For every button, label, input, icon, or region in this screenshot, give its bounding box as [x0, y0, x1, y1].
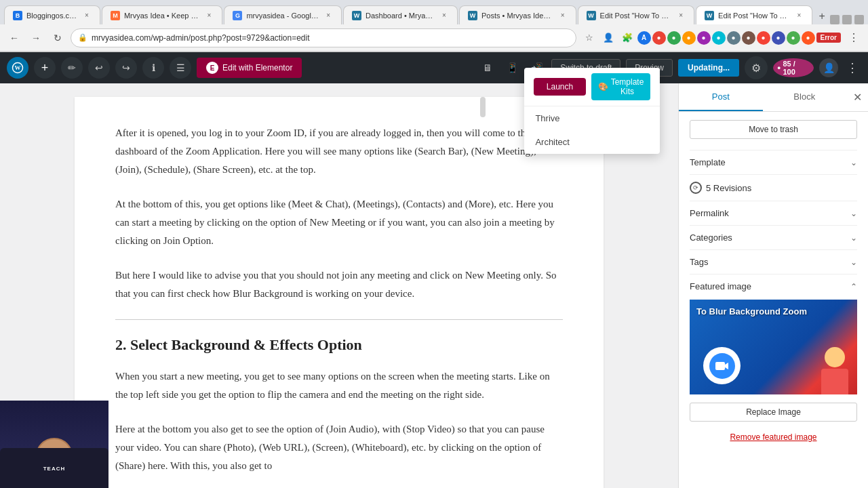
error-badge: Error: [816, 33, 841, 43]
tab-bloggingos[interactable]: B Bloggingos.com ×: [4, 5, 100, 24]
thrive-menu-item[interactable]: Thrive: [524, 106, 660, 130]
section-divider: [115, 319, 563, 320]
tab-favicon: W: [468, 11, 477, 20]
svg-text:W: W: [15, 64, 21, 71]
template-chevron-icon: ⌄: [850, 158, 857, 167]
ext-icon-5[interactable]: ●: [697, 31, 711, 45]
template-label: Template: [690, 157, 726, 167]
info-button[interactable]: ℹ: [142, 57, 164, 79]
tab-close[interactable]: ×: [323, 11, 333, 20]
char-body: [821, 369, 848, 394]
tab-posts[interactable]: W Posts • Mrvyas Idea ... ×: [459, 5, 576, 24]
refresh-button[interactable]: ↻: [49, 29, 66, 47]
browser-chrome: B Bloggingos.com × M Mrvyas Idea • Keep …: [0, 0, 868, 52]
ext-icon-11[interactable]: ●: [787, 31, 800, 45]
featured-image-header[interactable]: Featured image ⌃: [690, 281, 857, 291]
wp-topbar: W + ✏ ↩ ↪ ℹ ☰ E Edit with Elementor Laun…: [0, 52, 868, 83]
tab-close[interactable]: ×: [794, 11, 804, 20]
categories-section[interactable]: Categories ⌄: [690, 225, 857, 249]
svg-rect-2: [715, 362, 725, 370]
template-kits-button[interactable]: 🎨 Template Kits: [591, 73, 651, 100]
edit-icon[interactable]: ✏: [61, 57, 83, 79]
tab-close[interactable]: ×: [439, 11, 449, 20]
add-new-button[interactable]: +: [34, 57, 56, 79]
tags-chevron-icon: ⌄: [850, 258, 857, 267]
permalink-section[interactable]: Permalink ⌄: [690, 201, 857, 225]
ext-icon-2[interactable]: ●: [652, 31, 666, 45]
ext-icon-9[interactable]: ●: [757, 31, 770, 45]
revisions-row[interactable]: ⟳ 5 Revisions: [690, 174, 857, 201]
panel-close-button[interactable]: ✕: [846, 87, 868, 108]
desktop-view-button[interactable]: 🖥: [478, 58, 497, 77]
profile-icon[interactable]: 👤: [599, 29, 617, 47]
launch-button[interactable]: Launch: [534, 78, 585, 96]
architect-menu-item[interactable]: Architect: [524, 130, 660, 154]
minimize-btn[interactable]: [830, 15, 840, 24]
tab-close[interactable]: ×: [82, 11, 92, 20]
tab-edit-post-2[interactable]: W Edit Post "How To Bl... ×: [696, 5, 812, 24]
tab-favicon: W: [705, 11, 714, 20]
block-tab[interactable]: Block: [763, 83, 847, 111]
shirt-text: TEACH: [43, 466, 66, 472]
tab-label: mrvyasidea - Google...: [246, 12, 319, 20]
tab-close[interactable]: ×: [676, 11, 686, 20]
featured-image-title-text: To Blur Background Zoom: [696, 306, 850, 318]
bookmark-icon[interactable]: ☆: [580, 29, 598, 47]
close-window-btn[interactable]: [854, 15, 864, 24]
featured-image-section: Featured image ⌃ To Blur Background Zoom: [690, 274, 857, 442]
tab-dashboard[interactable]: W Dashboard • Mryas ... ×: [343, 5, 458, 24]
browser-menu-icon[interactable]: ⋮: [845, 29, 863, 47]
list-view-button[interactable]: ☰: [170, 57, 191, 79]
sidebar-panel: Post Block ✕ Move to trash Template ⌄ ⟳ …: [678, 83, 868, 488]
move-to-trash-button[interactable]: Move to trash: [690, 120, 857, 139]
tablet-view-button[interactable]: 📱: [502, 58, 521, 77]
post-tab[interactable]: Post: [679, 83, 763, 111]
ext-icon-10[interactable]: ●: [772, 31, 785, 45]
tab-close[interactable]: ×: [204, 11, 214, 20]
redo-button[interactable]: ↪: [115, 57, 137, 79]
video-overlay: TEACH: [0, 401, 108, 488]
replace-image-button[interactable]: Replace Image: [690, 403, 857, 422]
more-options-button[interactable]: ⋮: [844, 60, 861, 75]
wp-logo[interactable]: W: [7, 57, 28, 79]
template-section[interactable]: Template ⌄: [690, 150, 857, 174]
user-avatar[interactable]: 👤: [819, 58, 838, 77]
ext-icon-3[interactable]: ●: [667, 31, 681, 45]
featured-image-preview[interactable]: To Blur Background Zoom: [690, 300, 857, 394]
zoom-logo: [703, 347, 741, 384]
undo-button[interactable]: ↩: [88, 57, 110, 79]
back-button[interactable]: ←: [5, 29, 23, 47]
tab-edit-post-1[interactable]: W Edit Post "How To Bl... ×: [578, 5, 694, 24]
elementor-dropdown: Launch 🎨 Template Kits Thrive Architect: [524, 68, 660, 154]
tags-section[interactable]: Tags ⌄: [690, 249, 857, 274]
tab-close[interactable]: ×: [558, 11, 568, 20]
ext-icon-1[interactable]: A: [637, 31, 651, 45]
ext-icon-8[interactable]: ●: [742, 31, 755, 45]
new-tab-button[interactable]: +: [814, 8, 830, 24]
ext-icon-6[interactable]: ●: [712, 31, 726, 45]
tab-google[interactable]: G mrvyasidea - Google... ×: [224, 5, 342, 24]
tab-mrvyas-keep[interactable]: M Mrvyas Idea • Keep R... ×: [102, 5, 223, 24]
panel-content: Move to trash Template ⌄ ⟳ 5 Revisions P…: [679, 112, 868, 488]
tab-favicon: M: [111, 11, 120, 20]
post-paragraph-3: But here I would like to advise you that…: [115, 266, 563, 303]
remove-featured-image-button[interactable]: Remove featured image: [690, 432, 857, 442]
ext-icon-7[interactable]: ●: [727, 31, 741, 45]
section-paragraph-1: When you start a new meeting, you get to…: [115, 367, 563, 404]
tab-label: Edit Post "How To Bl...: [718, 12, 790, 20]
tab-label: Dashboard • Mryas ...: [366, 12, 435, 20]
tab-label: Posts • Mrvyas Idea ...: [481, 12, 554, 20]
settings-button[interactable]: ⚙: [745, 56, 768, 79]
forward-button[interactable]: →: [27, 29, 45, 47]
extensions-icon[interactable]: 🧩: [618, 29, 636, 47]
update-button[interactable]: Updating...: [678, 59, 739, 77]
permalink-label: Permalink: [690, 208, 729, 218]
ext-icon-12[interactable]: ●: [802, 31, 815, 45]
maximize-btn[interactable]: [842, 15, 852, 24]
yoast-score-badge[interactable]: ● 85 / 100: [773, 58, 814, 77]
wp-admin-wrapper: W + ✏ ↩ ↪ ℹ ☰ E Edit with Elementor Laun…: [0, 52, 868, 488]
ext-icon-4[interactable]: ●: [682, 31, 696, 45]
person-figure: TEACH: [0, 401, 108, 488]
edit-with-elementor-button[interactable]: E Edit with Elementor: [197, 58, 302, 78]
address-bar[interactable]: 🔒 mrvyasidea.com/wp-admin/post.php?post=…: [71, 28, 576, 47]
